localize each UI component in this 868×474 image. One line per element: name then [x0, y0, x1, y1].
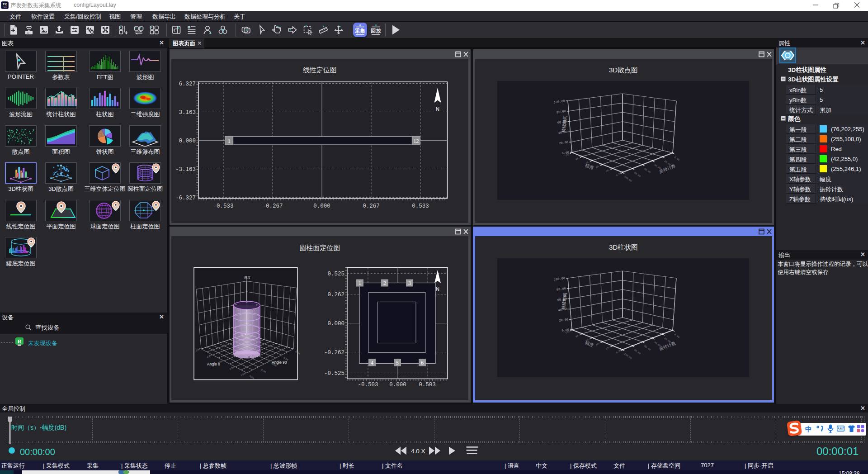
svg-text:3.163: 3.163	[179, 109, 196, 116]
svg-text:3D散点图: 3D散点图	[609, 66, 637, 74]
svg-text:0.267: 0.267	[363, 203, 380, 209]
svg-text:0.000: 0.000	[389, 382, 406, 388]
svg-text:1: 1	[227, 137, 231, 144]
svg-text:回放: 回放	[371, 28, 382, 34]
svg-text:-6.327: -6.327	[175, 195, 196, 201]
svg-text:高度: 高度	[244, 276, 250, 280]
svg-text:采集: 采集	[354, 28, 366, 33]
svg-text:12: 12	[414, 138, 419, 144]
svg-text:6: 6	[421, 360, 424, 366]
svg-text:线性定位图: 线性定位图	[303, 66, 337, 74]
svg-text:-0.262: -0.262	[324, 350, 344, 356]
svg-text:2: 2	[383, 280, 386, 286]
svg-text:AES: AES	[3, 6, 7, 8]
svg-text:-0.533: -0.533	[213, 203, 233, 209]
svg-text:0.503: 0.503	[419, 382, 436, 388]
svg-text:R: R	[18, 338, 22, 345]
svg-text:N: N	[436, 106, 439, 112]
svg-text:6.327: 6.327	[179, 81, 196, 87]
svg-text:5: 5	[396, 360, 399, 366]
svg-text:0.000: 0.000	[327, 321, 344, 327]
svg-text:-0.525: -0.525	[324, 370, 344, 377]
svg-text:0.262: 0.262	[327, 292, 344, 298]
svg-text:0.533: 0.533	[412, 203, 429, 209]
svg-text:-3.163: -3.163	[175, 166, 196, 173]
svg-text:0.525: 0.525	[327, 271, 344, 277]
svg-text:4.0 X: 4.0 X	[411, 447, 425, 454]
svg-text:圆柱面定位图: 圆柱面定位图	[300, 244, 340, 251]
svg-text:1: 1	[359, 280, 361, 286]
svg-text:0.000: 0.000	[313, 203, 330, 209]
svg-text:3: 3	[408, 280, 411, 286]
svg-text:-0.267: -0.267	[262, 203, 283, 209]
svg-text:4: 4	[371, 360, 373, 366]
svg-text:0.000: 0.000	[179, 138, 196, 144]
svg-text:N: N	[436, 286, 439, 292]
svg-text:3D柱状图: 3D柱状图	[609, 243, 637, 251]
svg-text:-0.503: -0.503	[358, 382, 378, 388]
svg-text:PX: PX	[3, 2, 7, 5]
